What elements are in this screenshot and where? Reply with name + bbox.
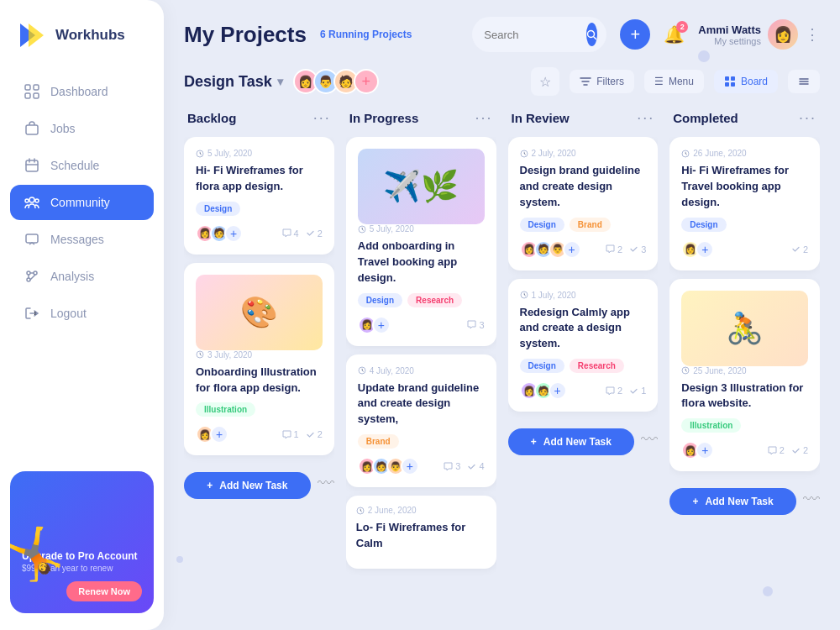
sub-header: Design Task ▾ 👩 👨 🧑 + ☆ Filters ☰ Menu B… [184,67,820,96]
add-member-button[interactable]: + [354,69,379,94]
tag: Illustration [196,402,255,417]
dashboard-icon [24,83,40,100]
svg-marker-1 [29,24,44,47]
task-card[interactable]: 2 June, 2020 Lo- Fi Wireframes for Calm [346,496,496,569]
card-title: Onboarding Illustration for flora app de… [196,365,323,396]
card-footer: 👩 🧑 👨 + 3 4 [358,457,485,475]
schedule-icon [24,157,40,174]
renew-button[interactable]: Renew Now [66,581,142,601]
add-assignee-button[interactable]: + [696,441,714,459]
cards-area: 2 July, 2020 Design brand guideline and … [508,137,659,588]
chevron-down-icon: ▾ [277,75,283,88]
sidebar-item-schedule[interactable]: Schedule [10,148,154,183]
comment-count: 4 [282,228,299,239]
add-assignee-button[interactable]: + [224,224,243,243]
task-card[interactable]: 1 July, 2020 Redesign Calmly app and cre… [508,279,659,412]
card-tags: Design Research [358,293,485,307]
card-date: 2 June, 2020 [356,506,486,515]
task-card[interactable]: 26 June, 2020 Hi- Fi Wireframes for Trav… [669,137,820,270]
sidebar-item-messages[interactable]: Messages [10,222,154,257]
messages-icon [24,231,40,248]
add-assignee-button[interactable]: + [401,457,419,475]
filters-button[interactable]: Filters [570,70,634,93]
add-task-button[interactable]: + Add New Task [669,488,796,515]
add-assignee-button[interactable]: + [563,240,581,259]
sidebar-item-analysis[interactable]: Analysis [10,259,154,294]
svg-rect-17 [731,76,735,81]
analysis-icon [24,268,40,285]
card-date: 2 July, 2020 [520,149,647,158]
card-footer: 👩 + 3 [358,316,485,334]
column-more-button[interactable]: ··· [637,109,654,127]
notification-badge: 2 [676,21,688,33]
sidebar-item-label: Community [50,196,110,209]
task-card[interactable]: 2 July, 2020 Design brand guideline and … [508,137,659,270]
board-button[interactable]: Board [714,70,778,93]
project-name[interactable]: Design Task ▾ [184,73,283,91]
sidebar-item-label: Logout [50,307,87,320]
comment-count: 1 [282,429,299,439]
task-card[interactable]: 🚴 25 June, 2020 Design 3 Illustration fo… [669,279,820,472]
card-tags: Brand [358,434,485,449]
column-inprogress: In Progress ··· ✈️🌿 5 July, 2020 Add onb… [346,109,496,588]
tag: Design [196,202,240,216]
card-tags: Design [681,218,808,232]
task-count: 3 [629,244,646,255]
kanban-board: Backlog ··· 5 July, 2020 Hi- Fi Wirefram… [184,109,820,588]
card-avatars: 👩 🧑 + [520,381,567,400]
task-card[interactable]: 🎨 3 July, 2020 Onboarding Illustration f… [184,263,334,456]
avatar[interactable]: 👩 [768,19,798,50]
task-count: 2 [306,228,323,239]
notification-button[interactable]: 🔔 2 [664,24,685,45]
task-card[interactable]: 5 July, 2020 Hi- Fi Wireframes for flora… [184,137,334,255]
comment-count: 2 [606,244,622,255]
search-input[interactable] [484,29,576,41]
column-title: Backlog [187,111,236,125]
column-more-button[interactable]: ··· [799,109,816,127]
sidebar-item-dashboard[interactable]: Dashboard [10,74,154,109]
svg-rect-16 [725,76,729,81]
card-avatars: 👩 🧑 + [196,224,243,243]
sidebar-item-jobs[interactable]: Jobs [10,111,154,146]
add-assignee-button[interactable]: + [696,240,714,259]
sidebar-item-logout[interactable]: Logout [10,296,154,331]
user-name: Ammi Watts [698,24,761,36]
svg-rect-19 [731,82,735,87]
search-button[interactable] [586,23,597,46]
card-meta: 1 2 [282,429,323,439]
task-card[interactable]: 4 July, 2020 Update brand guideline and … [346,354,496,488]
menu-button[interactable]: ☰ Menu [644,70,704,93]
tag: Design [358,293,402,307]
card-date: 5 July, 2020 [196,149,323,158]
add-button[interactable]: + [620,19,650,50]
card-title: Hi- Fi Wireframes for Travel booking app… [681,163,808,211]
list-button[interactable] [788,70,820,93]
more-options-button[interactable]: ⋮ [805,25,820,44]
user-role: My settings [698,36,761,46]
star-button[interactable]: ☆ [531,67,559,96]
card-meta: 2 2 [768,445,808,455]
column-more-button[interactable]: ··· [475,109,492,127]
svg-rect-5 [34,93,39,98]
promo-illustration: 🤸 [10,529,65,580]
logout-icon [24,305,40,322]
add-task-button[interactable]: + Add New Task [184,472,311,499]
column-more-button[interactable]: ··· [313,109,331,127]
svg-rect-7 [26,160,38,171]
rain-icon: 〰 [803,490,820,509]
add-task-button[interactable]: + Add New Task [508,428,635,455]
tag: Illustration [681,418,741,433]
add-assignee-button[interactable]: + [549,381,567,400]
search-box [472,17,606,52]
sidebar-item-community[interactable]: Community [10,185,154,220]
comment-count: 3 [467,320,484,330]
card-meta: 4 2 [282,228,323,239]
add-task-row: + Add New Task 〰 [184,467,334,499]
card-tags: Design Research [520,359,647,373]
task-card[interactable]: ✈️🌿 5 July, 2020 Add onboarding in Trave… [346,137,496,346]
column-inreview: In Review ··· 2 July, 2020 Design brand … [508,109,659,588]
card-title: Design 3 Illustration for flora website. [681,381,808,412]
add-assignee-button[interactable]: + [210,425,228,444]
logo-text: Workhubs [55,27,125,44]
add-assignee-button[interactable]: + [372,316,391,334]
